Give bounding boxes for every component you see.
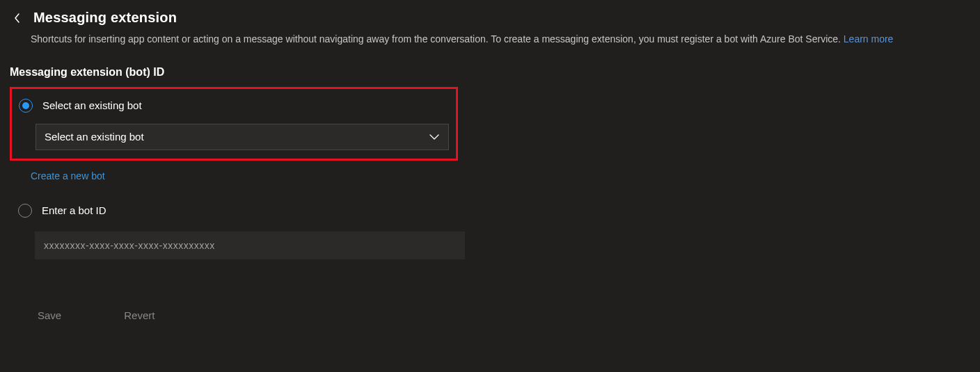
- existing-bot-dropdown[interactable]: Select an existing bot: [35, 124, 449, 150]
- radio-select-existing-bot[interactable]: Select an existing bot: [17, 95, 450, 124]
- select-existing-bot-highlight: Select an existing bot Select an existin…: [10, 87, 458, 161]
- chevron-down-icon: [429, 131, 440, 143]
- radio-button-icon[interactable]: [19, 99, 33, 113]
- revert-button[interactable]: Revert: [124, 309, 155, 321]
- learn-more-link[interactable]: Learn more: [844, 33, 894, 45]
- save-button[interactable]: Save: [38, 309, 61, 321]
- bot-id-input[interactable]: xxxxxxxx-xxxx-xxxx-xxxx-xxxxxxxxxx: [35, 232, 465, 259]
- section-heading: Messaging extension (bot) ID: [10, 66, 970, 79]
- bot-id-placeholder: xxxxxxxx-xxxx-xxxx-xxxx-xxxxxxxxxx: [44, 240, 215, 251]
- page-description: Shortcuts for inserting app content or a…: [31, 33, 970, 47]
- radio-enter-bot-id[interactable]: Enter a bot ID: [17, 200, 970, 232]
- create-new-bot-link[interactable]: Create a new bot: [31, 170, 105, 181]
- back-icon[interactable]: [10, 10, 25, 26]
- radio-label-select-existing: Select an existing bot: [42, 99, 142, 111]
- radio-button-icon[interactable]: [18, 204, 32, 218]
- radio-label-enter-id: Enter a bot ID: [42, 204, 106, 216]
- description-text: Shortcuts for inserting app content or a…: [31, 33, 844, 45]
- page-title: Messaging extension: [33, 10, 177, 26]
- dropdown-placeholder: Select an existing bot: [45, 131, 144, 143]
